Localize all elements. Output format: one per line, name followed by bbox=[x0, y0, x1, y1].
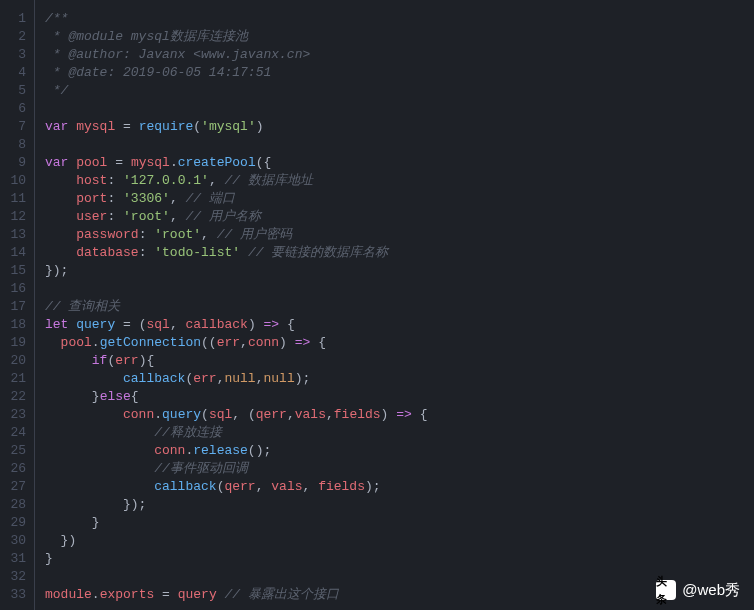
code-line[interactable]: database: 'todo-list' // 要链接的数据库名称 bbox=[45, 244, 754, 262]
line-number: 6 bbox=[0, 100, 26, 118]
line-number: 18 bbox=[0, 316, 26, 334]
line-number: 22 bbox=[0, 388, 26, 406]
code-line[interactable] bbox=[45, 280, 754, 298]
code-line[interactable]: user: 'root', // 用户名称 bbox=[45, 208, 754, 226]
code-line[interactable]: // 查询相关 bbox=[45, 298, 754, 316]
line-number: 16 bbox=[0, 280, 26, 298]
code-editor: 1234567891011121314151617181920212223242… bbox=[0, 0, 754, 610]
code-line[interactable]: callback(qerr, vals, fields); bbox=[45, 478, 754, 496]
line-number: 3 bbox=[0, 46, 26, 64]
line-number: 29 bbox=[0, 514, 26, 532]
code-line[interactable]: } bbox=[45, 550, 754, 568]
code-line[interactable]: * @author: Javanx <www.javanx.cn> bbox=[45, 46, 754, 64]
line-number: 1 bbox=[0, 10, 26, 28]
code-line[interactable]: //释放连接 bbox=[45, 424, 754, 442]
line-number: 21 bbox=[0, 370, 26, 388]
line-number: 23 bbox=[0, 406, 26, 424]
line-number: 7 bbox=[0, 118, 26, 136]
code-line[interactable]: host: '127.0.0.1', // 数据库地址 bbox=[45, 172, 754, 190]
code-line[interactable]: } bbox=[45, 514, 754, 532]
line-number: 31 bbox=[0, 550, 26, 568]
code-line[interactable]: pool.getConnection((err,conn) => { bbox=[45, 334, 754, 352]
code-area[interactable]: /** * @module mysql数据库连接池 * @author: Jav… bbox=[35, 0, 754, 610]
code-line[interactable]: */ bbox=[45, 82, 754, 100]
line-number: 17 bbox=[0, 298, 26, 316]
line-number: 13 bbox=[0, 226, 26, 244]
line-number: 20 bbox=[0, 352, 26, 370]
line-number: 5 bbox=[0, 82, 26, 100]
line-number: 26 bbox=[0, 460, 26, 478]
watermark-logo-icon: 头条 bbox=[656, 580, 676, 600]
code-line[interactable]: port: '3306', // 端口 bbox=[45, 190, 754, 208]
line-number: 19 bbox=[0, 334, 26, 352]
code-line[interactable]: }); bbox=[45, 262, 754, 280]
watermark-handle: @web秀 bbox=[682, 581, 740, 599]
line-number: 32 bbox=[0, 568, 26, 586]
line-number: 27 bbox=[0, 478, 26, 496]
line-number: 4 bbox=[0, 64, 26, 82]
code-line[interactable]: conn.query(sql, (qerr,vals,fields) => { bbox=[45, 406, 754, 424]
line-number: 10 bbox=[0, 172, 26, 190]
code-line[interactable]: //事件驱动回调 bbox=[45, 460, 754, 478]
watermark: 头条 @web秀 bbox=[656, 580, 740, 600]
code-line[interactable]: var pool = mysql.createPool({ bbox=[45, 154, 754, 172]
code-line[interactable]: var mysql = require('mysql') bbox=[45, 118, 754, 136]
line-number: 15 bbox=[0, 262, 26, 280]
code-line[interactable]: }) bbox=[45, 532, 754, 550]
line-number: 25 bbox=[0, 442, 26, 460]
line-number: 33 bbox=[0, 586, 26, 604]
code-line[interactable]: }); bbox=[45, 496, 754, 514]
code-line[interactable]: }else{ bbox=[45, 388, 754, 406]
line-number: 14 bbox=[0, 244, 26, 262]
code-line[interactable] bbox=[45, 136, 754, 154]
line-number: 24 bbox=[0, 424, 26, 442]
code-line[interactable] bbox=[45, 568, 754, 586]
line-number-gutter: 1234567891011121314151617181920212223242… bbox=[0, 0, 35, 610]
line-number: 8 bbox=[0, 136, 26, 154]
line-number: 12 bbox=[0, 208, 26, 226]
line-number: 9 bbox=[0, 154, 26, 172]
line-number: 2 bbox=[0, 28, 26, 46]
line-number: 30 bbox=[0, 532, 26, 550]
code-line[interactable] bbox=[45, 100, 754, 118]
code-line[interactable]: module.exports = query // 暴露出这个接口 bbox=[45, 586, 754, 604]
code-line[interactable]: let query = (sql, callback) => { bbox=[45, 316, 754, 334]
code-line[interactable]: * @module mysql数据库连接池 bbox=[45, 28, 754, 46]
code-line[interactable]: password: 'root', // 用户密码 bbox=[45, 226, 754, 244]
line-number: 11 bbox=[0, 190, 26, 208]
code-line[interactable]: /** bbox=[45, 10, 754, 28]
code-line[interactable]: * @date: 2019-06-05 14:17:51 bbox=[45, 64, 754, 82]
code-line[interactable]: conn.release(); bbox=[45, 442, 754, 460]
code-line[interactable]: callback(err,null,null); bbox=[45, 370, 754, 388]
code-line[interactable]: if(err){ bbox=[45, 352, 754, 370]
line-number: 28 bbox=[0, 496, 26, 514]
